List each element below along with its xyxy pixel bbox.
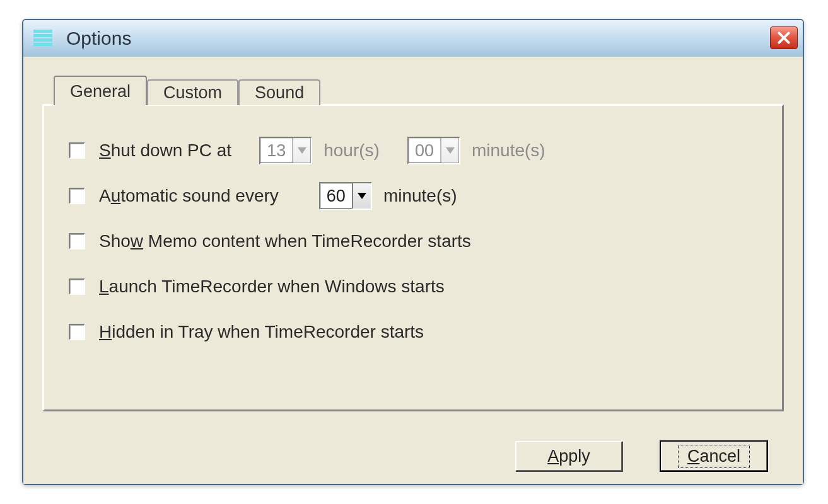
cancel-button[interactable]: Cancel xyxy=(660,441,767,471)
chevron-down-icon xyxy=(440,138,459,163)
label-interval-unit: minute(s) xyxy=(383,186,457,206)
label-shutdown: Shut down PC at xyxy=(99,140,231,161)
svg-marker-5 xyxy=(446,147,455,154)
client-area: General Custom Sound Shut down PC at 13 … xyxy=(23,57,803,484)
combo-shutdown-minute-value: 00 xyxy=(409,141,440,161)
combo-autosound-interval[interactable]: 60 xyxy=(319,182,372,210)
tab-general[interactable]: General xyxy=(54,76,147,105)
app-icon xyxy=(32,28,54,49)
label-showmemo: Show Memo content when TimeRecorder star… xyxy=(99,231,471,251)
label-hour-unit: hour(s) xyxy=(324,140,380,161)
options-dialog: Options General Custom Sound Shut down P… xyxy=(22,19,804,485)
chevron-down-icon xyxy=(352,183,371,209)
svg-rect-1 xyxy=(33,34,52,37)
combo-autosound-interval-value: 60 xyxy=(320,186,352,206)
tab-panel-general: Shut down PC at 13 hour(s) 00 minute(s) xyxy=(42,104,784,411)
svg-rect-0 xyxy=(33,30,52,33)
tab-strip: General Custom Sound xyxy=(54,76,784,105)
row-launch: Launch TimeRecorder when Windows starts xyxy=(69,264,757,309)
combo-shutdown-minute[interactable]: 00 xyxy=(407,137,460,164)
combo-shutdown-hour-value: 13 xyxy=(260,141,292,161)
apply-button[interactable]: Apply xyxy=(515,441,622,471)
svg-marker-6 xyxy=(358,193,366,199)
checkbox-launch[interactable] xyxy=(69,278,85,295)
label-launch: Launch TimeRecorder when Windows starts xyxy=(99,277,445,297)
close-button[interactable] xyxy=(770,26,798,49)
dialog-button-row: Apply Cancel xyxy=(515,441,767,471)
label-minute-unit: minute(s) xyxy=(472,140,545,161)
svg-rect-3 xyxy=(33,43,52,46)
checkbox-autosound[interactable] xyxy=(69,188,85,204)
svg-marker-4 xyxy=(298,147,306,154)
close-icon xyxy=(777,31,791,45)
tab-sound[interactable]: Sound xyxy=(238,79,320,105)
svg-rect-2 xyxy=(33,38,52,42)
row-showmemo: Show Memo content when TimeRecorder star… xyxy=(69,219,757,264)
checkbox-showmemo[interactable] xyxy=(69,233,85,249)
window-title: Options xyxy=(66,28,131,49)
titlebar[interactable]: Options xyxy=(23,20,803,57)
row-autosound: Automatic sound every 60 minute(s) xyxy=(69,173,757,219)
row-shutdown: Shut down PC at 13 hour(s) 00 minute(s) xyxy=(69,128,757,173)
row-hidden: Hidden in Tray when TimeRecorder starts xyxy=(69,309,757,355)
combo-shutdown-hour[interactable]: 13 xyxy=(259,137,312,164)
checkbox-hidden[interactable] xyxy=(69,324,85,340)
label-hidden: Hidden in Tray when TimeRecorder starts xyxy=(99,322,424,342)
checkbox-shutdown[interactable] xyxy=(69,142,85,159)
label-autosound: Automatic sound every xyxy=(99,186,279,206)
chevron-down-icon xyxy=(292,138,311,163)
tab-custom[interactable]: Custom xyxy=(147,79,238,105)
